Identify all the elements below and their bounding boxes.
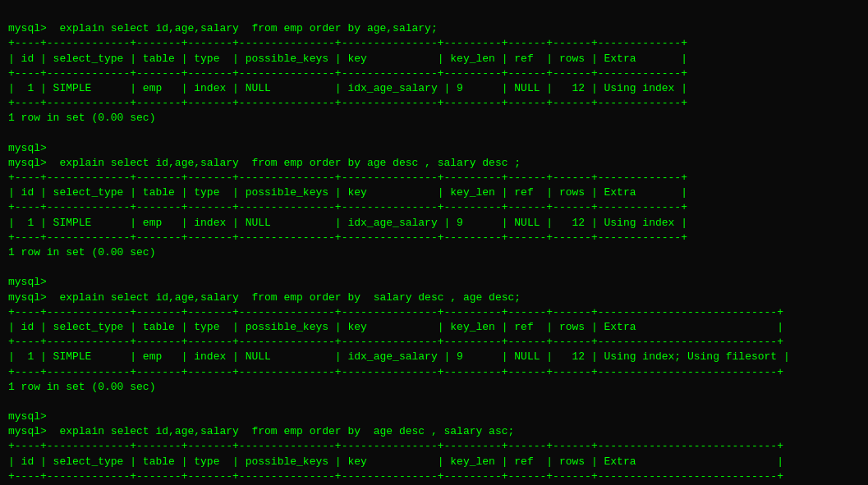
- block3-command: explain select id,age,salary from emp or…: [47, 291, 521, 304]
- block3-sep: +----+-------------+-------+-------+----…: [8, 336, 783, 348]
- block4-command: explain select id,age,salary from emp or…: [47, 425, 515, 437]
- block1-border-bot: +----+-------------+-------+-------+----…: [8, 97, 687, 109]
- block2-header: | id | select_type | table | type | poss…: [8, 186, 687, 199]
- block3-prompt1: mysql>: [8, 276, 47, 288]
- terminal-output: mysql> explain select id,age,salary from…: [8, 7, 860, 485]
- block2-command: explain select id,age,salary from emp or…: [47, 157, 521, 169]
- block1-prompt: mysql>: [8, 22, 47, 34]
- block1-result: 1 row in set (0.00 sec): [8, 112, 155, 124]
- block2-border-top: +----+-------------+-------+-------+----…: [8, 172, 687, 184]
- block3-prompt2: mysql>: [8, 291, 47, 304]
- block2-prompt2: mysql>: [8, 157, 47, 169]
- block1-row: | 1 | SIMPLE | emp | index | NULL | idx_…: [8, 82, 687, 94]
- block3-header: | id | select_type | table | type | poss…: [8, 321, 783, 333]
- block1-header: | id | select_type | table | type | poss…: [8, 53, 687, 65]
- block1-sep: +----+-------------+-------+-------+----…: [8, 67, 687, 80]
- block3-result: 1 row in set (0.00 sec): [8, 381, 155, 393]
- block2-row: | 1 | SIMPLE | emp | index | NULL | idx_…: [8, 217, 687, 229]
- block2-sep: +----+-------------+-------+-------+----…: [8, 201, 687, 213]
- block4-border-top: +----+-------------+-------+-------+----…: [8, 440, 783, 452]
- block3-row: | 1 | SIMPLE | emp | index | NULL | idx_…: [8, 350, 790, 363]
- block3-border-bot: +----+-------------+-------+-------+----…: [8, 366, 783, 378]
- block1-border-top: +----+-------------+-------+-------+----…: [8, 37, 687, 49]
- block2-result: 1 row in set (0.00 sec): [8, 246, 155, 259]
- block3-border-top: +----+-------------+-------+-------+----…: [8, 306, 783, 318]
- block4-prompt2: mysql>: [8, 425, 47, 437]
- block4-sep: +----+-------------+-------+-------+----…: [8, 470, 783, 483]
- block2-border-bot: +----+-------------+-------+-------+----…: [8, 231, 687, 244]
- block2-prompt1: mysql>: [8, 142, 47, 154]
- block1-command: explain select id,age,salary from emp or…: [47, 22, 438, 34]
- block4-prompt1: mysql>: [8, 410, 47, 423]
- block4-header: | id | select_type | table | type | poss…: [8, 455, 783, 468]
